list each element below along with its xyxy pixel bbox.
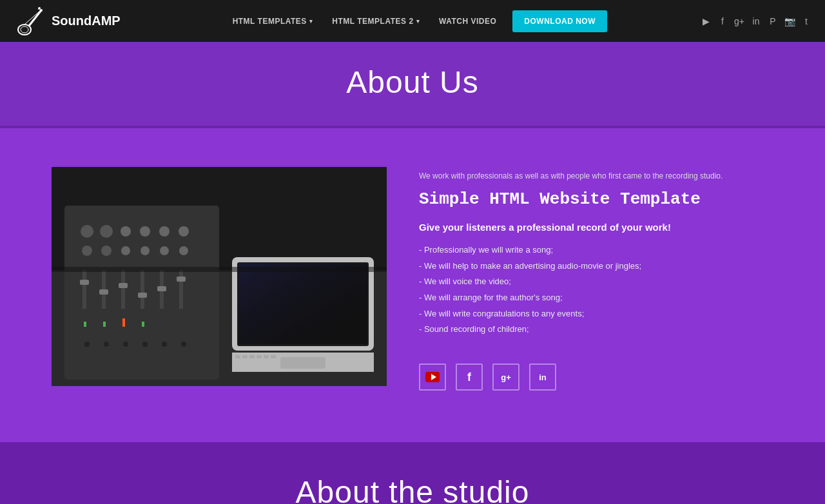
google-plus-nav-icon[interactable]: g+	[733, 15, 745, 27]
svg-point-21	[179, 246, 188, 255]
svg-rect-29	[99, 289, 108, 295]
svg-rect-55	[271, 355, 276, 358]
svg-rect-56	[52, 267, 387, 272]
nav-watch-video[interactable]: WATCH VIDEO	[429, 3, 506, 40]
svg-point-15	[179, 226, 189, 237]
bottom-section: About the studio	[0, 442, 825, 504]
google-plus-content-icon[interactable]: g+	[492, 363, 519, 391]
svg-rect-36	[122, 318, 125, 327]
svg-point-38	[84, 342, 90, 347]
navbar: SoundAMP HTML TEMPLATES ▾ HTML TEMPLATES…	[0, 0, 825, 42]
hero-title: About Us	[13, 64, 812, 100]
youtube-content-icon[interactable]	[419, 363, 446, 391]
svg-rect-28	[80, 280, 89, 285]
list-item: - We will help to make an advertising au…	[419, 258, 773, 275]
svg-rect-35	[103, 322, 106, 327]
svg-point-10	[81, 225, 93, 238]
svg-rect-25	[141, 270, 144, 309]
svg-rect-52	[249, 355, 255, 358]
svg-rect-27	[179, 270, 183, 309]
pinterest-nav-icon[interactable]: P	[767, 15, 779, 27]
content-list: - Professionally we will write a song; -…	[419, 242, 773, 338]
content-section: We work with professionals as well as wi…	[0, 128, 825, 442]
svg-point-39	[104, 342, 109, 347]
list-item: - We will arrange for the author's song;	[419, 290, 773, 306]
instagram-nav-icon[interactable]: 📷	[784, 15, 795, 27]
navbar-social-icons: ▶ f g+ in P 📷 t	[700, 15, 812, 27]
facebook-nav-icon[interactable]: f	[717, 15, 728, 27]
content-social-row: f g+ in	[419, 363, 773, 391]
content-intro: We work with professionals as well as wi…	[419, 170, 773, 182]
svg-rect-47	[280, 357, 325, 369]
brand-name: SoundAMP	[52, 14, 121, 28]
list-item: - Professionally we will write a song;	[419, 242, 773, 258]
nav-html-templates[interactable]: HTML TEMPLATES ▾	[223, 3, 323, 40]
download-button[interactable]: DOWNLOAD NOW	[512, 10, 607, 32]
linkedin-nav-icon[interactable]: in	[750, 15, 762, 27]
svg-point-40	[123, 342, 128, 347]
svg-rect-54	[264, 355, 269, 358]
svg-point-13	[140, 226, 150, 237]
svg-rect-24	[121, 270, 125, 309]
list-item: - We will voice the video;	[419, 274, 773, 290]
svg-rect-30	[119, 283, 128, 288]
content-image	[52, 167, 387, 386]
svg-point-41	[142, 342, 148, 347]
guitar-icon	[13, 5, 45, 37]
svg-rect-33	[177, 276, 186, 282]
bottom-title: About the studio	[13, 474, 812, 504]
facebook-content-icon[interactable]: f	[456, 363, 483, 391]
svg-rect-32	[157, 286, 166, 291]
list-item: - We will write congratulations to any e…	[419, 306, 773, 322]
svg-point-14	[159, 226, 170, 237]
svg-point-43	[181, 342, 186, 347]
nav-html-templates-2[interactable]: HTML TEMPLATES 2 ▾	[322, 3, 429, 40]
dropdown-caret: ▾	[309, 18, 313, 24]
svg-point-42	[162, 342, 167, 347]
svg-rect-49	[238, 264, 367, 344]
list-item: - Sound recording of children;	[419, 322, 773, 338]
svg-rect-31	[138, 293, 147, 298]
content-title: Simple HTML Website Template	[419, 189, 773, 209]
svg-point-5	[38, 7, 41, 10]
nav-links: HTML TEMPLATES ▾ HTML TEMPLATES 2 ▾ WATC…	[140, 3, 690, 40]
svg-point-12	[121, 226, 131, 237]
svg-rect-22	[82, 270, 86, 309]
svg-point-19	[141, 246, 150, 255]
dropdown-caret-2: ▾	[416, 18, 420, 24]
content-text: We work with professionals as well as wi…	[419, 167, 773, 391]
svg-rect-50	[235, 355, 240, 358]
svg-point-16	[82, 246, 92, 256]
svg-rect-34	[84, 322, 86, 327]
studio-image-svg	[52, 167, 387, 386]
svg-rect-51	[242, 355, 248, 358]
svg-rect-53	[257, 355, 262, 358]
twitter-nav-icon[interactable]: t	[801, 15, 812, 27]
svg-rect-37	[142, 322, 144, 327]
svg-point-17	[101, 246, 112, 256]
svg-point-11	[100, 225, 113, 238]
linkedin-content-icon[interactable]: in	[529, 363, 556, 391]
svg-point-18	[121, 246, 130, 255]
brand-logo[interactable]: SoundAMP	[13, 5, 121, 37]
hero-section: About Us	[0, 42, 825, 128]
youtube-nav-icon[interactable]: ▶	[700, 15, 712, 27]
svg-point-20	[160, 246, 169, 255]
content-subtitle: Give your listeners a professional recor…	[419, 222, 773, 233]
